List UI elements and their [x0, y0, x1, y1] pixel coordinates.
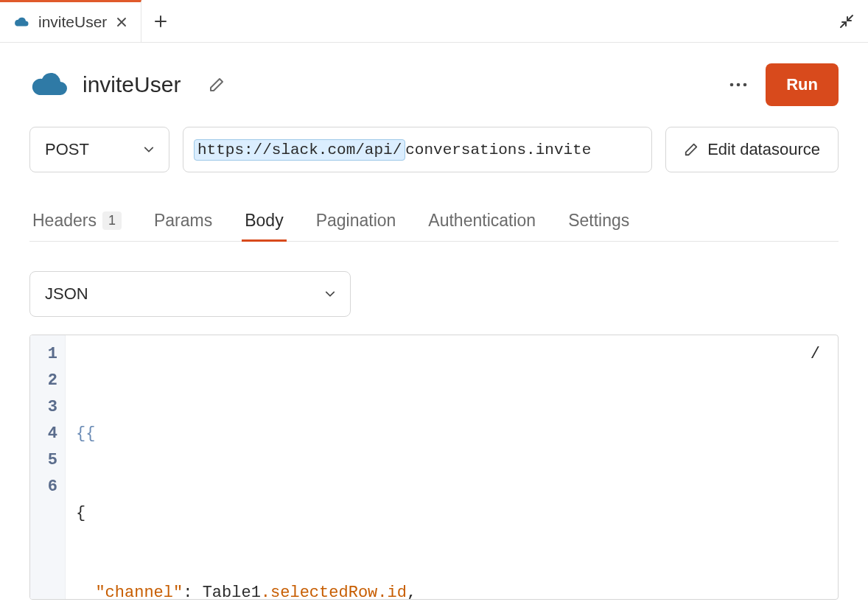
title-left: inviteUser [29, 70, 225, 99]
cloud-icon [29, 70, 69, 99]
http-method-select[interactable]: POST [29, 127, 169, 172]
tab-group: inviteUser [0, 0, 175, 42]
line-number: 2 [38, 368, 57, 394]
svg-point-2 [743, 83, 747, 87]
tab-params[interactable]: Params [151, 202, 215, 242]
collapse-panel-icon[interactable] [836, 10, 858, 32]
close-icon[interactable] [116, 16, 127, 28]
more-menu-icon[interactable] [729, 82, 748, 88]
line-number: 1 [38, 341, 57, 368]
code-body[interactable]: / {{ { "channel": Table1.selectedRow.id,… [66, 335, 838, 599]
main-panel: inviteUser Run POST https://slack.com/ap… [0, 43, 868, 600]
body-code-editor[interactable]: 1 2 3 4 5 6 / {{ { "channel": Table1.sel… [29, 335, 839, 600]
headers-count-badge: 1 [102, 211, 122, 230]
body-type-select[interactable]: JSON [29, 271, 351, 317]
svg-point-0 [730, 83, 734, 87]
title-row: inviteUser Run [29, 63, 839, 106]
tab-label: inviteUser [38, 13, 107, 31]
code-line: {{ [76, 421, 827, 447]
http-method-value: POST [45, 140, 89, 159]
edit-datasource-button[interactable]: Edit datasource [665, 127, 839, 172]
url-base-chip: https://slack.com/api/ [194, 139, 405, 161]
line-number: 6 [38, 474, 57, 500]
tab-label: Settings [568, 211, 629, 231]
subtabs: Headers 1 Params Body Pagination Authent… [29, 202, 839, 242]
body-type-row: JSON [29, 271, 839, 317]
line-number: 4 [38, 421, 57, 447]
tab-strip: inviteUser [0, 0, 868, 43]
tab-body[interactable]: Body [242, 202, 286, 242]
chevron-down-icon [144, 144, 154, 155]
tab-label: Pagination [316, 211, 396, 231]
tab-label: Params [154, 211, 212, 231]
tab-inviteuser[interactable]: inviteUser [0, 0, 141, 42]
request-row: POST https://slack.com/api/conversations… [29, 127, 839, 172]
url-path: conversations.invite [405, 141, 591, 158]
tab-settings[interactable]: Settings [565, 202, 632, 242]
tab-pagination[interactable]: Pagination [313, 202, 399, 242]
tab-label: Body [245, 211, 283, 231]
code-gutter: 1 2 3 4 5 6 [30, 335, 66, 599]
svg-point-1 [737, 83, 741, 87]
cloud-icon [13, 16, 29, 28]
tab-authentication[interactable]: Authentication [425, 202, 539, 242]
tab-label: Authentication [428, 211, 536, 231]
run-button[interactable]: Run [766, 63, 839, 106]
shortcut-hint: / [811, 341, 820, 368]
code-line: "channel": Table1.selectedRow.id, [76, 580, 827, 600]
url-input[interactable]: https://slack.com/api/conversations.invi… [183, 127, 652, 172]
add-tab-button[interactable] [146, 0, 175, 42]
body-type-value: JSON [45, 284, 88, 304]
page-title: inviteUser [83, 72, 181, 97]
code-line: { [76, 500, 827, 527]
line-number: 3 [38, 394, 57, 421]
title-right: Run [729, 63, 839, 106]
chevron-down-icon [325, 289, 335, 299]
pencil-icon [684, 142, 699, 157]
tab-label: Headers [32, 211, 97, 231]
tab-headers[interactable]: Headers 1 [29, 202, 125, 242]
line-number: 5 [38, 447, 57, 474]
pencil-icon[interactable] [209, 77, 225, 93]
edit-datasource-label: Edit datasource [707, 140, 820, 159]
